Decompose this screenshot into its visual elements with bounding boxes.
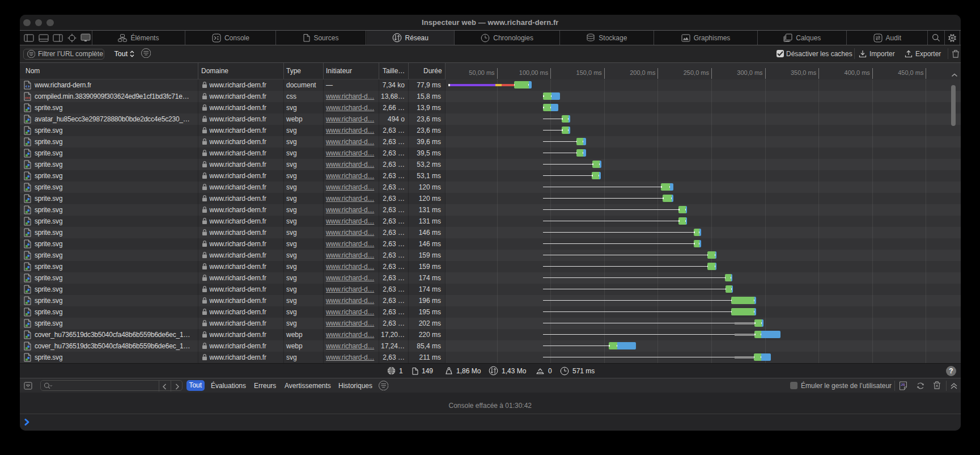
- svg-text:css: css: [25, 96, 30, 99]
- svg-text:JS: JS: [901, 383, 905, 386]
